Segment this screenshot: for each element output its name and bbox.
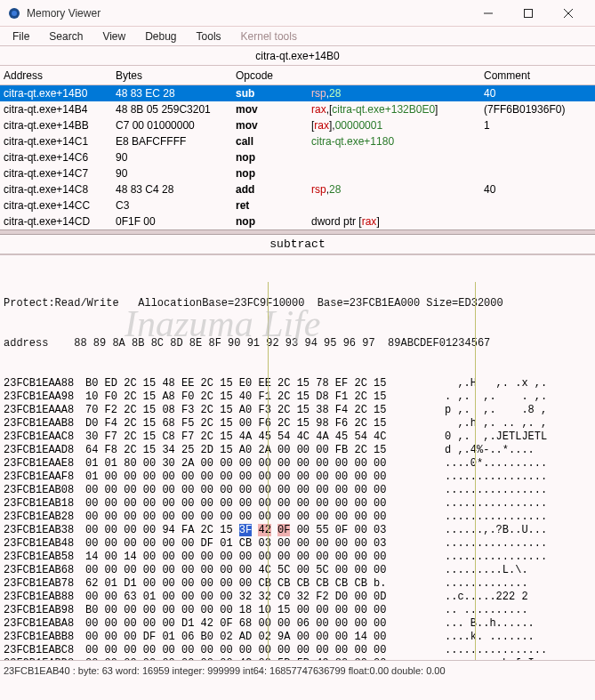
hex-area[interactable]: Inazuma Life Protect:Read/Write Allocati… bbox=[0, 254, 595, 660]
hex-row[interactable]: 23FCB1EAAA870 F2 2C 15 08 F3 2C 15 A0 F3… bbox=[4, 404, 591, 417]
disasm-row[interactable]: citra-qt.exe+14C1E8 BAFCFFFFcallcitra-qt… bbox=[0, 133, 595, 149]
menu-tools[interactable]: Tools bbox=[188, 28, 230, 44]
col-header-address[interactable]: Address bbox=[0, 69, 116, 82]
svg-rect-3 bbox=[524, 9, 532, 17]
disasm-row[interactable]: citra-qt.exe+14B448 8B 05 259C3201movrax… bbox=[0, 101, 595, 117]
status-bar: 23FCB1EAB40 : byte: 63 word: 16959 integ… bbox=[0, 660, 595, 680]
hex-row[interactable]: 23FCB1EAB3800 00 00 00 94 FA 2C 15 3F 42… bbox=[4, 524, 591, 537]
hex-row[interactable]: 23FCB1EAAF801 00 00 00 00 00 00 00 00 00… bbox=[4, 471, 591, 484]
hex-row[interactable]: 23FCB1EABC800 00 00 00 00 00 00 00 00 00… bbox=[4, 644, 591, 657]
hex-row[interactable]: 23FCB1EAB98B0 00 00 00 00 00 00 00 18 10… bbox=[4, 604, 591, 617]
hex-row[interactable]: 23FCB1EABB800 00 00 DF 01 06 B0 02 AD 02… bbox=[4, 631, 591, 644]
disasm-row[interactable]: citra-qt.exe+14C790nop bbox=[0, 165, 595, 181]
menu-kernel-tools[interactable]: Kernel tools bbox=[232, 28, 306, 44]
minimize-button[interactable] bbox=[468, 0, 508, 27]
titlebar: Memory Viewer bbox=[0, 0, 595, 27]
app-icon bbox=[7, 6, 21, 20]
disasm-body[interactable]: citra-qt.exe+14B048 83 EC 28subrsp,2840c… bbox=[0, 85, 595, 229]
hex-row[interactable]: 23FCB1EAB5814 00 14 00 00 00 00 00 00 00… bbox=[4, 551, 591, 564]
disasm-row[interactable]: citra-qt.exe+14C848 83 C4 28addrsp,2840 bbox=[0, 181, 595, 197]
hex-row[interactable]: 23FCB1EAB2800 00 00 00 00 00 00 00 00 00… bbox=[4, 511, 591, 524]
maximize-button[interactable] bbox=[508, 0, 548, 27]
disasm-row[interactable]: citra-qt.exe+14CD0F1F 00nopdword ptr [ra… bbox=[0, 213, 595, 229]
menu-view[interactable]: View bbox=[93, 28, 134, 44]
menu-search[interactable]: Search bbox=[40, 28, 92, 44]
hex-row[interactable]: 23FCB1EAA9810 F0 2C 15 A8 F0 2C 15 40 F1… bbox=[4, 390, 591, 404]
hex-row[interactable]: 23FCB1EAAC830 F7 2C 15 C8 F7 2C 15 4A 45… bbox=[4, 430, 591, 444]
hex-row[interactable]: 23FCB1EAB1800 00 00 00 00 00 00 00 00 00… bbox=[4, 497, 591, 511]
col-header-bytes[interactable]: Bytes bbox=[116, 69, 236, 82]
col-header-comment[interactable]: Comment bbox=[480, 69, 595, 82]
hex-row[interactable]: 23FCB1EABD800 00 00 00 00 00 00 00 4C 00… bbox=[4, 657, 591, 660]
close-button[interactable] bbox=[548, 0, 588, 27]
hex-row[interactable]: 23FCB1EABA800 00 00 00 00 D1 42 0F 68 00… bbox=[4, 617, 591, 631]
hex-row[interactable]: 23FCB1EAAE801 01 80 00 30 2A 00 00 00 00… bbox=[4, 457, 591, 471]
hex-columns-line: address 88 89 8A 8B 8C 8D 8E 8F 90 91 92… bbox=[4, 337, 591, 350]
hex-row[interactable]: 23FCB1EAB0800 00 00 00 00 00 00 00 00 00… bbox=[4, 484, 591, 497]
hex-row[interactable]: 23FCB1EAB7862 01 D1 00 00 00 00 00 00 CB… bbox=[4, 577, 591, 591]
menu-debug[interactable]: Debug bbox=[136, 28, 185, 44]
hex-row[interactable]: 23FCB1EAB4800 00 00 00 00 00 DF 01 CB 03… bbox=[4, 537, 591, 551]
disasm-header: Address Bytes Opcode Comment bbox=[0, 66, 595, 85]
menu-file[interactable]: File bbox=[4, 28, 38, 44]
menubar: File Search View Debug Tools Kernel tool… bbox=[0, 27, 595, 46]
watermark: Inazuma Life bbox=[125, 318, 321, 331]
disasm-row[interactable]: citra-qt.exe+14C690nop bbox=[0, 149, 595, 165]
disasm-row[interactable]: citra-qt.exe+14B048 83 EC 28subrsp,2840 bbox=[0, 85, 595, 101]
address-bar[interactable]: citra-qt.exe+14B0 bbox=[0, 46, 595, 66]
hex-row[interactable]: 23FCB1EAB8800 00 63 01 00 00 00 00 32 32… bbox=[4, 591, 591, 604]
hex-row[interactable]: 23FCB1EAB6800 00 00 00 00 00 00 00 00 4C… bbox=[4, 564, 591, 577]
hex-protect-line: Protect:Read/Write AllocationBase=23FC9F… bbox=[4, 297, 591, 310]
hex-row[interactable]: 23FCB1EAA88B0 ED 2C 15 48 EE 2C 15 E0 EE… bbox=[4, 377, 591, 390]
window-title: Memory Viewer bbox=[27, 7, 468, 20]
hint-label: subtract bbox=[0, 235, 595, 254]
col-header-opcode[interactable]: Opcode bbox=[236, 69, 311, 82]
disasm-row[interactable]: citra-qt.exe+14BBC7 00 01000000mov[rax],… bbox=[0, 117, 595, 133]
hex-row[interactable]: 23FCB1EAAD864 F8 2C 15 34 25 2D 15 A0 2A… bbox=[4, 444, 591, 457]
hex-row[interactable]: 23FCB1EAAB8D0 F4 2C 15 68 F5 2C 15 00 F6… bbox=[4, 417, 591, 430]
svg-point-1 bbox=[12, 11, 17, 16]
disasm-row[interactable]: citra-qt.exe+14CCC3ret bbox=[0, 197, 595, 213]
